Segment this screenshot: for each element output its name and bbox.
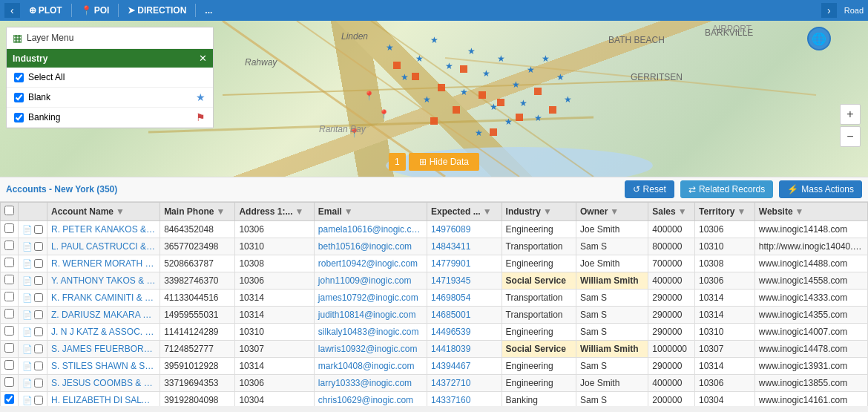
row-select[interactable] (34, 259, 43, 268)
row-checkbox-cell[interactable] (1, 272, 19, 290)
hide-data-btn[interactable]: ⊞ Hide Data (409, 153, 479, 171)
row-email[interactable]: lawris10932@inogic.com (314, 341, 427, 358)
row-checkbox-cell[interactable] (1, 324, 19, 341)
row-checkbox-cell[interactable] (1, 341, 19, 358)
row-expected[interactable]: 14372710 (427, 375, 502, 392)
select-all-checkbox[interactable] (14, 73, 24, 82)
blank-checkbox[interactable] (14, 93, 24, 102)
row-email[interactable]: mark10408@inogic.com (314, 358, 427, 375)
row-checkbox[interactable] (4, 258, 14, 267)
row-select[interactable] (34, 344, 43, 353)
row-email[interactable]: judith10814@inogic.com (314, 307, 427, 324)
row-record-icon[interactable]: 📄 (22, 362, 33, 371)
row-select[interactable] (34, 327, 43, 336)
row-email[interactable]: silkaly10483@inogic.com (314, 324, 427, 341)
row-account-name[interactable]: S. JAMES FEUERBORN, JR. & SO... (47, 341, 160, 358)
row-account-name[interactable]: Z. DARIUSZ MAKARA & SONS (47, 307, 160, 324)
row-select[interactable] (34, 362, 43, 370)
row-checkbox-cell[interactable] (1, 238, 19, 255)
page-indicator[interactable]: 1 (389, 153, 406, 171)
row-checkbox[interactable] (4, 326, 14, 336)
row-checkbox[interactable] (4, 309, 14, 318)
header-website[interactable]: Website▼ (754, 203, 867, 221)
mass-actions-btn[interactable]: ⚡ Mass Actions (779, 180, 862, 198)
row-checkbox[interactable] (4, 377, 14, 387)
header-industry[interactable]: Industry▼ (502, 203, 576, 221)
row-checkbox[interactable] (4, 275, 14, 284)
row-account-name[interactable]: S. JESUS COOMBS & SONS (47, 375, 160, 392)
row-checkbox-cell[interactable] (1, 392, 19, 407)
row-select[interactable] (34, 225, 43, 234)
row-checkbox-cell[interactable] (1, 375, 19, 392)
row-record-icon[interactable]: 📄 (22, 259, 33, 269)
reset-btn[interactable]: ↺ Reset (625, 180, 674, 198)
road-control[interactable]: Road (844, 6, 864, 15)
row-checkbox-cell[interactable] (1, 221, 19, 238)
banking-checkbox[interactable] (14, 113, 24, 122)
globe-btn[interactable]: 🌐 (807, 27, 831, 50)
row-checkbox[interactable] (4, 360, 14, 370)
row-record-icon[interactable]: 📄 (22, 242, 33, 252)
row-expected[interactable]: 14337160 (427, 392, 502, 407)
row-account-name[interactable]: K. FRANK CAMINITI & SONS (47, 290, 160, 307)
header-main-phone[interactable]: Main Phone▼ (160, 203, 235, 221)
zoom-out-btn[interactable]: − (840, 126, 861, 147)
row-email[interactable]: robert10942@inogic.com (314, 255, 427, 272)
row-email[interactable]: chris10629@inogic.com (314, 392, 427, 407)
row-account-name[interactable]: J. N J KATZ & ASSOC. INC. & SO... (47, 324, 160, 341)
row-expected[interactable]: 14698054 (427, 290, 502, 307)
row-select[interactable] (34, 379, 43, 388)
row-record-icon[interactable]: 📄 (22, 396, 33, 405)
row-checkbox[interactable] (4, 292, 14, 301)
row-expected[interactable]: 14976089 (427, 221, 502, 238)
row-expected[interactable]: 14719345 (427, 272, 502, 290)
row-account-name[interactable]: R. PETER KANAKOS & SONS (47, 221, 160, 238)
row-select[interactable] (34, 396, 43, 405)
row-record-icon[interactable]: 📄 (22, 327, 33, 337)
row-checkbox[interactable] (4, 343, 14, 353)
header-account-name[interactable]: Account Name▼ (47, 203, 160, 221)
row-checkbox-cell[interactable] (1, 307, 19, 324)
related-records-btn[interactable]: ⇄ Related Records (680, 180, 773, 198)
row-expected[interactable]: 14779901 (427, 255, 502, 272)
poi-btn[interactable]: 📍 POI (76, 4, 114, 17)
header-email[interactable]: Email▼ (314, 203, 427, 221)
row-account-name[interactable]: R. WERNER MORATH & SONS (47, 255, 160, 272)
row-expected[interactable]: 14496539 (427, 324, 502, 341)
arrow-left-btn[interactable]: ‹ (4, 3, 20, 18)
row-expected[interactable]: 14843411 (427, 238, 502, 255)
header-expected[interactable]: Expected ...▼ (427, 203, 502, 221)
row-email[interactable]: larry10333@inogic.com (314, 375, 427, 392)
header-select-all[interactable] (1, 203, 19, 221)
arrow-right-btn[interactable]: › (821, 3, 837, 18)
row-record-icon[interactable]: 📄 (22, 225, 33, 235)
row-checkbox[interactable] (4, 394, 14, 404)
row-select[interactable] (34, 276, 43, 285)
row-record-icon[interactable]: 📄 (22, 293, 33, 303)
row-email[interactable]: james10792@inogic.com (314, 290, 427, 307)
row-account-name[interactable]: L. PAUL CASTRUCCI & SONS (47, 238, 160, 255)
row-account-name[interactable]: Y. ANTHONY TAKOS & SONS (47, 272, 160, 290)
row-record-icon[interactable]: 📄 (22, 379, 33, 388)
row-expected[interactable]: 14394467 (427, 358, 502, 375)
row-select[interactable] (34, 242, 43, 251)
table-wrapper[interactable]: Account Name▼ Main Phone▼ Address 1:...▼… (0, 202, 868, 406)
plot-btn[interactable]: ⊕ PLOT (24, 4, 67, 17)
header-address[interactable]: Address 1:...▼ (235, 203, 314, 221)
row-checkbox-cell[interactable] (1, 255, 19, 272)
layer-menu-header[interactable]: ▦ Layer Menu (7, 27, 213, 49)
row-checkbox-cell[interactable] (1, 358, 19, 375)
row-checkbox[interactable] (4, 223, 14, 233)
row-expected[interactable]: 14685001 (427, 307, 502, 324)
row-account-name[interactable]: S. STILES SHAWN & SONS (47, 358, 160, 375)
header-territory[interactable]: Territory▼ (695, 203, 755, 221)
direction-btn[interactable]: ➤ DIRECTION (123, 4, 191, 17)
header-sales[interactable]: Sales▼ (648, 203, 695, 221)
more-btn[interactable]: ... (200, 4, 217, 17)
row-email[interactable]: john11009@inogic.com (314, 272, 427, 290)
row-email[interactable]: beth10516@inogic.com (314, 238, 427, 255)
row-record-icon[interactable]: 📄 (22, 310, 33, 320)
zoom-in-btn[interactable]: + (840, 104, 861, 125)
row-account-name[interactable]: H. ELIZABETH DI SALVO & SONS (47, 392, 160, 407)
row-record-icon[interactable]: 📄 (22, 344, 33, 354)
